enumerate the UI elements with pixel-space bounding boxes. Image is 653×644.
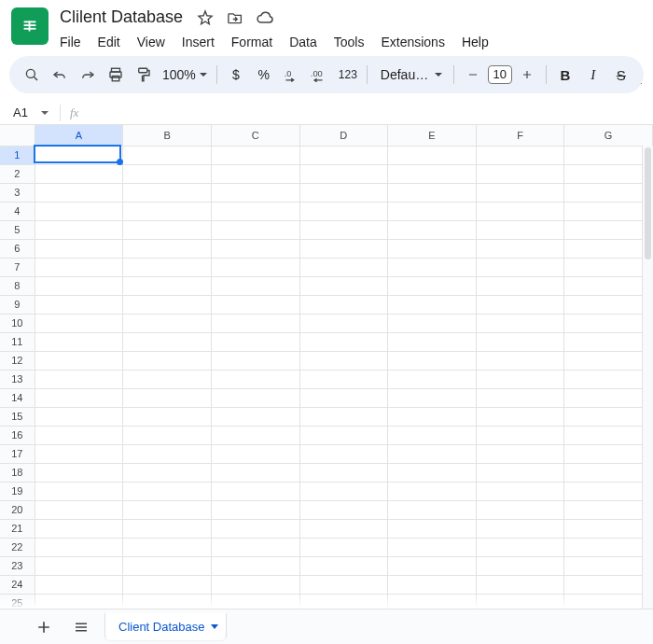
cell[interactable] xyxy=(123,482,212,500)
row-header[interactable]: 12 xyxy=(0,351,35,370)
cell[interactable] xyxy=(299,370,388,388)
cell[interactable] xyxy=(211,332,299,351)
cell[interactable] xyxy=(388,370,477,388)
zoom-selector[interactable]: 100% xyxy=(159,67,211,82)
cell[interactable] xyxy=(564,575,653,594)
cell[interactable] xyxy=(123,183,212,202)
cell[interactable] xyxy=(388,295,477,314)
cell[interactable] xyxy=(299,332,388,351)
cell[interactable] xyxy=(388,575,477,594)
cell[interactable] xyxy=(211,351,299,370)
menu-format[interactable]: Format xyxy=(224,31,280,53)
cell[interactable] xyxy=(388,594,477,609)
cell[interactable] xyxy=(476,258,564,276)
cell[interactable] xyxy=(211,426,299,444)
font-family-selector[interactable]: Defaul... xyxy=(373,67,448,82)
row-header[interactable]: 13 xyxy=(0,370,35,388)
cell[interactable] xyxy=(564,146,653,164)
cell[interactable] xyxy=(123,202,212,220)
cell[interactable] xyxy=(211,575,299,594)
cell[interactable] xyxy=(211,239,299,258)
cell[interactable] xyxy=(211,407,299,426)
cell[interactable] xyxy=(299,220,388,239)
cell[interactable] xyxy=(476,332,564,351)
cell[interactable] xyxy=(476,220,564,239)
star-icon[interactable] xyxy=(194,7,216,29)
cell[interactable] xyxy=(299,538,388,556)
cell[interactable] xyxy=(476,482,564,500)
cell[interactable] xyxy=(564,519,653,538)
cell[interactable] xyxy=(476,538,564,556)
paint-format-button[interactable] xyxy=(131,62,157,88)
more-formats-button[interactable]: 123 xyxy=(335,62,361,88)
cell[interactable] xyxy=(299,463,388,482)
cell[interactable] xyxy=(35,164,123,183)
all-sheets-button[interactable] xyxy=(67,613,95,641)
cell[interactable] xyxy=(564,202,653,220)
cell[interactable] xyxy=(476,575,564,594)
row-header[interactable]: 16 xyxy=(0,426,35,444)
cell[interactable] xyxy=(211,500,299,519)
cell[interactable] xyxy=(564,332,653,351)
cell[interactable] xyxy=(35,258,123,276)
cell[interactable] xyxy=(299,164,388,183)
cell[interactable] xyxy=(299,258,388,276)
cell[interactable] xyxy=(564,276,653,295)
cell[interactable] xyxy=(388,164,477,183)
cell[interactable] xyxy=(211,370,299,388)
cell[interactable] xyxy=(388,146,477,164)
cell[interactable] xyxy=(476,295,564,314)
print-button[interactable] xyxy=(103,62,129,88)
column-header[interactable]: E xyxy=(388,125,477,146)
cell[interactable] xyxy=(211,538,299,556)
cell[interactable] xyxy=(123,164,212,183)
row-header[interactable]: 10 xyxy=(0,314,35,332)
cell[interactable] xyxy=(299,276,388,295)
row-header[interactable]: 17 xyxy=(0,444,35,463)
cell[interactable] xyxy=(388,332,477,351)
cell[interactable] xyxy=(35,276,123,295)
cell[interactable] xyxy=(211,202,299,220)
column-header[interactable]: F xyxy=(476,125,564,146)
cell[interactable] xyxy=(211,146,299,164)
row-header[interactable]: 2 xyxy=(0,164,35,183)
increase-decimal-button[interactable]: .00 xyxy=(307,62,333,88)
cell[interactable] xyxy=(476,146,564,164)
cell[interactable] xyxy=(123,258,212,276)
row-header[interactable]: 23 xyxy=(0,556,35,575)
cell[interactable] xyxy=(123,407,212,426)
percent-button[interactable]: % xyxy=(251,62,277,88)
cell[interactable] xyxy=(299,444,388,463)
bold-button[interactable]: B xyxy=(552,62,578,88)
cell[interactable] xyxy=(35,482,123,500)
cell[interactable] xyxy=(476,314,564,332)
cell[interactable] xyxy=(211,444,299,463)
row-header[interactable]: 18 xyxy=(0,463,35,482)
menu-file[interactable]: File xyxy=(56,31,89,53)
cell[interactable] xyxy=(564,538,653,556)
cell[interactable] xyxy=(123,332,212,351)
cell[interactable] xyxy=(211,594,299,609)
cell[interactable] xyxy=(211,183,299,202)
cell[interactable] xyxy=(123,575,212,594)
row-header[interactable]: 24 xyxy=(0,575,35,594)
cell[interactable] xyxy=(564,444,653,463)
cell[interactable] xyxy=(564,258,653,276)
column-header[interactable]: B xyxy=(123,125,212,146)
undo-button[interactable] xyxy=(47,62,73,88)
cell[interactable] xyxy=(123,388,212,407)
cell[interactable] xyxy=(564,407,653,426)
cell[interactable] xyxy=(35,295,123,314)
cell[interactable] xyxy=(564,370,653,388)
cell[interactable] xyxy=(299,500,388,519)
cell[interactable] xyxy=(476,519,564,538)
cell[interactable] xyxy=(123,295,212,314)
cell[interactable] xyxy=(299,239,388,258)
cell[interactable] xyxy=(564,220,653,239)
document-title[interactable]: Clilent Database xyxy=(56,6,187,29)
row-header[interactable]: 22 xyxy=(0,538,35,556)
cell[interactable] xyxy=(388,463,477,482)
cell[interactable] xyxy=(388,426,477,444)
cell[interactable] xyxy=(35,444,123,463)
cell[interactable] xyxy=(388,556,477,575)
